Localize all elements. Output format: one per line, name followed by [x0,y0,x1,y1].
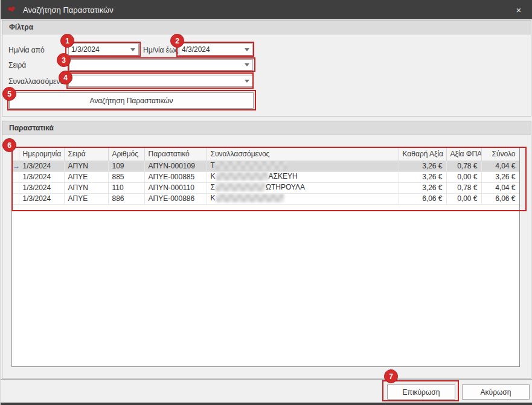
window-title: Αναζήτηση Παραστατικών [23,5,114,14]
chevron-down-icon[interactable] [242,60,252,70]
col-vat[interactable]: Αξία ΦΠΑ [446,147,481,161]
title-bar: ❤ Αναζήτηση Παραστατικών × [1,0,532,19]
date-to-label: Ημ/νία έως [143,46,178,54]
col-net[interactable]: Καθαρή Αξία [399,147,446,161]
col-number[interactable]: Αριθμός [108,147,144,161]
col-counterparty[interactable]: Συναλλασσόμενος [207,147,399,161]
col-date[interactable]: Ημερομηνία [19,147,64,161]
series-combobox[interactable] [69,59,253,71]
confirm-button[interactable]: Επικύρωση [387,384,455,400]
date-from-label: Ημ/νία από [8,46,45,54]
counterparty-combobox[interactable] [68,75,253,87]
date-from-value: 1/3/2024 [69,45,127,54]
table-row[interactable]: 1/3/2024 ΑΠΥΕ 885 ΑΠΥΕ-000885 ΚΑΣΚΕΥΗ 3,… [12,171,519,182]
chevron-down-icon[interactable] [242,75,252,86]
series-label: Σειρά [8,61,26,69]
table-header-row: Ημερομηνία Σειρά Αριθμός Παραστατικό Συν… [12,147,519,161]
table-row[interactable]: → 1/3/2024 ΑΠΥΝ 109 ΑΠΥΝ-000109 Τ 3,26 €… [12,161,519,171]
documents-section-title: Παραστατικά [2,121,531,135]
col-series[interactable]: Σειρά [64,147,108,161]
redacted-text [216,172,268,180]
table-row[interactable]: 1/3/2024 ΑΠΥΕ 886 ΑΠΥΕ-000886 Κ 6,06 € 0… [12,193,519,204]
date-to-value: 4/3/2024 [179,45,242,54]
col-document[interactable]: Παραστατικό [144,147,207,161]
redacted-text [216,161,288,170]
redacted-text [216,183,265,191]
date-to-combobox[interactable]: 4/3/2024 [179,43,253,56]
window-bottom-edge [1,403,532,405]
cancel-button[interactable]: Ακύρωση [462,384,530,400]
redacted-text [216,194,284,202]
selected-row-arrow-icon: → [12,161,19,171]
date-from-combobox[interactable]: 1/3/2024 [68,43,139,56]
search-documents-dialog: ❤ Αναζήτηση Παραστατικών × Φίλτρα Ημ/νία… [0,0,532,405]
app-logo-icon: ❤ [5,3,18,16]
search-documents-button[interactable]: Αναζήτηση Παραστατικών [9,92,254,109]
chevron-down-icon[interactable] [127,44,138,55]
counterparty-label: Συναλλασσόμενος [8,77,68,86]
documents-table: Ημερομηνία Σειρά Αριθμός Παραστατικό Συν… [11,147,520,367]
table-row[interactable]: 1/3/2024 ΑΠΥΝ 110 ΑΠΥΝ-000110 ΣΩΤΗΡΟΥΛΑ … [12,182,519,193]
chevron-down-icon[interactable] [242,44,252,55]
col-total[interactable]: Σύνολο [481,147,519,161]
row-indicator-header [12,147,19,161]
filters-section-title: Φίλτρα [2,21,531,34]
close-icon[interactable]: × [507,0,530,19]
